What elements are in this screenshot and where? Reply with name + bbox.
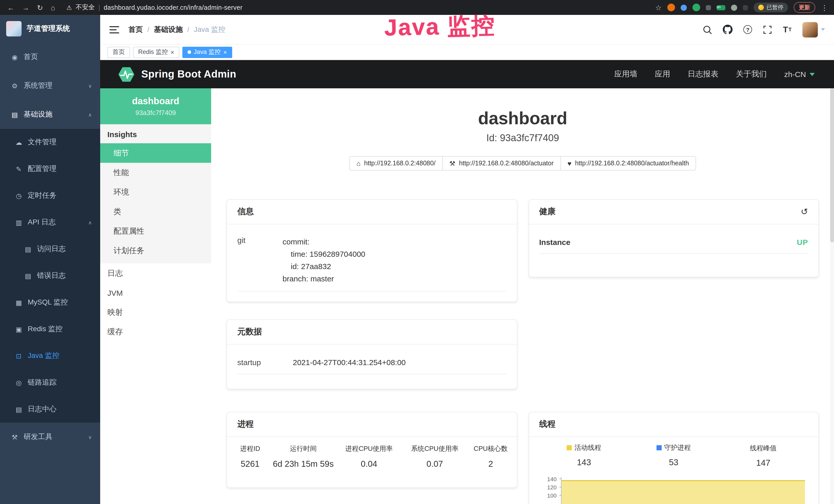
font-size-icon[interactable]: TT	[783, 25, 792, 34]
sba-item-mappings[interactable]: 映射	[100, 302, 211, 322]
health-card-title: 健康	[539, 206, 555, 217]
history-icon[interactable]: ↺	[801, 206, 808, 217]
sba-item-scheduled-tasks[interactable]: 计划任务	[100, 241, 211, 260]
omnibox-divider: |	[98, 4, 100, 11]
process-table: 进程ID5261 运行时间6d 23h 15m 59s 进程CPU使用率0.04…	[227, 437, 517, 469]
sba-header: Spring Boot Admin 应用墙 应用 日志报表 关于我们 zh-CN	[100, 60, 834, 88]
sba-nav-journal[interactable]: 日志报表	[687, 69, 719, 79]
threads-card: 线程 活动线程 143	[528, 412, 819, 504]
gear-icon: ⚙	[10, 82, 19, 90]
breadcrumb-separator: /	[187, 26, 189, 33]
tab-home[interactable]: 首页	[107, 46, 130, 58]
sidebar-item-scheduled-jobs[interactable]: ◷ 定时任务	[0, 182, 100, 209]
clock-icon: ◷	[14, 192, 23, 200]
sba-item-logs[interactable]: 日志	[100, 264, 211, 283]
sba-item-details[interactable]: 细节	[100, 143, 211, 163]
browser-nav: ← → ↻ ⌂	[5, 3, 55, 12]
sidebar-item-java-monitor[interactable]: ⊡ Java 监控	[0, 343, 100, 369]
sba-nav-applications[interactable]: 应用	[655, 69, 670, 79]
sba-locale-select[interactable]: zh-CN	[784, 70, 815, 78]
sidebar-item-mysql-monitor[interactable]: ▦ MySQL 监控	[0, 289, 100, 316]
sidebar-item-log-center[interactable]: ▤ 日志中心	[0, 396, 100, 422]
back-icon[interactable]: ←	[7, 3, 14, 12]
breadcrumb: 首页 / 基础设施 / Java 监控	[128, 25, 225, 34]
scrollbar-thumb[interactable]	[830, 88, 834, 243]
browser-menu-kebab-icon[interactable]: ⋮	[821, 3, 828, 12]
sba-nav-about[interactable]: 关于我们	[736, 69, 767, 79]
sidebar-menu: ◉ 首页 ⚙ 系统管理 ∨ ▤ 基础设施 ∧ ☁ 文件管理	[0, 43, 100, 451]
reload-icon[interactable]: ↻	[37, 3, 43, 12]
close-icon[interactable]: ×	[171, 49, 174, 55]
paused-label: 已暂停	[766, 4, 784, 11]
sidebar-item-error-logs[interactable]: ▤ 错误日志	[0, 262, 100, 289]
app-logo[interactable]: 芋道管理系统	[0, 15, 100, 43]
caret-down-icon	[810, 73, 815, 76]
breadcrumb-infrastructure[interactable]: 基础设施	[154, 25, 183, 34]
git-info-row: git commit: time: 1596289704000 id: 27aa…	[237, 229, 506, 292]
page-header: 首页 / 基础设施 / Java 监控 ?	[100, 15, 834, 45]
paused-chip[interactable]: 已暂停	[753, 3, 788, 12]
sidebar-item-config-management[interactable]: ✎ 配置管理	[0, 156, 100, 182]
sba-nav: 应用墙 应用 日志报表 关于我们 zh-CN	[614, 69, 815, 79]
instance-name: dashboard	[100, 96, 211, 107]
tab-java-monitor[interactable]: Java 监控 ×	[182, 46, 232, 58]
sba-item-caches[interactable]: 缓存	[100, 322, 211, 342]
sba-item-environment[interactable]: 环境	[100, 182, 211, 202]
display-icon: ⊡	[14, 352, 23, 360]
process-card-title: 进程	[237, 419, 254, 430]
scrollbar-track[interactable]	[830, 88, 834, 504]
extension-icon[interactable]	[743, 5, 748, 10]
sba-nav-wallboard[interactable]: 应用墙	[614, 69, 637, 79]
forward-icon[interactable]: →	[22, 3, 29, 12]
sba-item-beans[interactable]: 类	[100, 202, 211, 221]
sidebar-item-file-management[interactable]: ☁ 文件管理	[0, 129, 100, 156]
sidebar-item-access-logs[interactable]: ▤ 访问日志	[0, 236, 100, 262]
service-url-button[interactable]: ⌂ http://192.168.0.2:48080/	[349, 156, 443, 170]
breadcrumb-home[interactable]: 首页	[128, 25, 143, 34]
github-icon[interactable]	[723, 25, 732, 35]
breadcrumb-current: Java 监控	[194, 25, 225, 34]
extension-icon[interactable]	[693, 4, 700, 11]
extension-icon[interactable]	[681, 4, 687, 10]
instance-health-row[interactable]: Instance UP	[539, 229, 808, 254]
address-bar[interactable]: ⚠ 不安全 | dashboard.yudao.iocoder.cn/infra…	[66, 3, 655, 12]
health-card: 健康 ↺ Instance UP	[528, 199, 819, 277]
wrench-icon: ⚒	[449, 159, 455, 167]
update-button[interactable]: 更新	[794, 2, 815, 13]
search-icon[interactable]	[703, 25, 712, 34]
extension-icon[interactable]	[731, 4, 737, 10]
fullscreen-icon[interactable]	[763, 25, 772, 34]
sba-item-jvm[interactable]: JVM	[100, 283, 211, 302]
extension-icon[interactable]	[667, 4, 675, 11]
sba-item-config-props[interactable]: 配置属性	[100, 221, 211, 241]
sba-instance-block[interactable]: dashboard 93a3fc7f7409	[100, 88, 211, 124]
home-icon[interactable]: ⌂	[50, 3, 55, 12]
health-url-button[interactable]: ♥ http://192.168.0.2:48080/actuator/heal…	[560, 156, 696, 170]
hamburger-icon[interactable]	[109, 26, 119, 33]
close-icon[interactable]: ×	[223, 49, 227, 55]
sidebar-item-tracing[interactable]: ◎ 链路追踪	[0, 369, 100, 396]
sidebar-item-dev-tools[interactable]: ⚒ 研发工具 ∨	[0, 422, 100, 451]
sidebar-item-redis-monitor[interactable]: ▣ Redis 监控	[0, 316, 100, 343]
extension-icon[interactable]	[706, 5, 711, 10]
sidebar-item-infrastructure[interactable]: ▤ 基础设施 ∧	[0, 100, 100, 129]
sidebar-item-api-logs[interactable]: ▥ API 日志 ∧	[0, 209, 100, 236]
sidebar-item-home[interactable]: ◉ 首页	[0, 43, 100, 71]
extension-on-icon[interactable]: on	[717, 5, 725, 10]
sba-item-metrics[interactable]: 性能	[100, 163, 211, 182]
tools-icon: ⚒	[10, 433, 19, 441]
tab-redis-monitor[interactable]: Redis 监控 ×	[133, 46, 179, 58]
log-icon: ▤	[24, 272, 32, 280]
update-label: 更新	[799, 4, 810, 11]
sba-insights-group: Insights 细节 性能 环境 类 配置属性 计划任务	[100, 124, 211, 264]
instance-links: ⌂ http://192.168.0.2:48080/ ⚒ http://192…	[211, 156, 834, 170]
sidebar-item-system[interactable]: ⚙ 系统管理 ∨	[0, 71, 100, 100]
instance-subtitle: Id: 93a3fc7f7409	[211, 132, 834, 145]
sba-logo[interactable]: Spring Boot Admin	[118, 66, 236, 83]
help-icon[interactable]: ?	[743, 25, 752, 34]
user-avatar[interactable]	[803, 22, 825, 37]
heart-icon: ♥	[567, 159, 571, 167]
bookmark-star-icon[interactable]: ☆	[655, 3, 662, 12]
actuator-url-button[interactable]: ⚒ http://192.168.0.2:48080/actuator	[442, 156, 561, 170]
active-dot-icon	[188, 50, 191, 54]
